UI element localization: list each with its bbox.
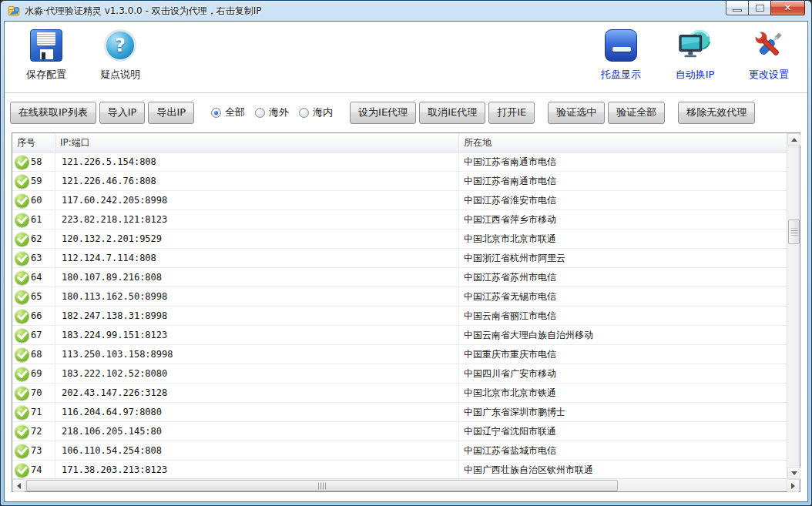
table-row[interactable]: 61 223.82.218.121:8123 中国江西省萍乡市移动: [12, 210, 788, 230]
set-ie-proxy-button[interactable]: 设为IE代理: [350, 102, 416, 124]
table-row[interactable]: 73 106.110.54.254:808 中国江苏省盐城市电信: [12, 441, 788, 461]
save-config-label: 保存配置: [26, 68, 66, 82]
row-ip-port: 117.60.242.205:8998: [55, 191, 459, 209]
close-button[interactable]: ✕: [770, 1, 805, 15]
table-row[interactable]: 65 180.113.162.50:8998 中国江苏省无锡市电信: [12, 287, 788, 307]
auto-change-ip-button[interactable]: 自动换IP: [664, 28, 726, 82]
row-index: 64: [31, 272, 42, 283]
maximize-icon: [756, 5, 764, 12]
minimize-icon: [733, 9, 742, 12]
action-bar: 在线获取IP列表 导入IP 导出IP 全部 海外 海内 设为IE代理 取消IE代…: [5, 93, 807, 132]
radio-label: 全部: [225, 106, 245, 119]
tray-display-button[interactable]: 托盘显示: [590, 28, 652, 82]
vertical-scrollbar[interactable]: [787, 133, 800, 480]
row-location: 中国北京市北京市铁通: [459, 384, 788, 402]
table-row[interactable]: 62 120.132.2.201:9529 中国北京市北京市联通: [12, 230, 788, 249]
export-ip-button[interactable]: 导出IP: [148, 102, 194, 124]
filter-radio[interactable]: 全部: [211, 106, 245, 119]
row-location: 中国广东省深圳市鹏博士: [459, 403, 788, 421]
filter-radio[interactable]: 海外: [255, 106, 289, 119]
app-icon[interactable]: [8, 5, 20, 17]
row-ip-port: 116.204.64.97:8080: [55, 403, 459, 421]
table-row[interactable]: 67 183.224.99.151:8123 中国云南省大理白族自治州移动: [12, 326, 788, 345]
row-location: 中国辽宁省沈阳市联通: [459, 422, 788, 441]
row-index: 61: [31, 214, 42, 225]
table-row[interactable]: 60 117.60.242.205:8998 中国江苏省淮安市电信: [12, 191, 788, 210]
column-header-ip-port[interactable]: IP:端口: [55, 133, 459, 152]
fetch-ip-list-button[interactable]: 在线获取IP列表: [10, 102, 96, 124]
radio-icon: [211, 108, 221, 118]
table-row[interactable]: 71 116.204.64.97:8080 中国广东省深圳市鹏博士: [12, 403, 788, 422]
horizontal-scrollbar[interactable]: [12, 478, 800, 491]
row-location: 中国江苏省无锡市电信: [459, 287, 788, 306]
row-location: 中国江苏省淮安市电信: [459, 191, 788, 209]
table-row[interactable]: 59 121.226.46.76:808 中国江苏省南通市电信: [12, 172, 788, 191]
question-mark-icon: ?: [102, 28, 138, 63]
verify-all-button[interactable]: 验证全部: [608, 102, 665, 124]
valid-check-icon: [15, 367, 29, 381]
table-row[interactable]: 63 112.124.7.114:808 中国浙江省杭州市阿里云: [12, 249, 788, 268]
caption-buttons: ✕: [726, 1, 805, 15]
remove-invalid-button[interactable]: 移除无效代理: [678, 102, 755, 124]
row-index-cell: 66: [12, 307, 55, 325]
row-index: 70: [31, 387, 42, 398]
row-location: 中国重庆市重庆市电信: [459, 345, 788, 364]
scroll-right-button[interactable]: [787, 479, 800, 492]
valid-check-icon: [15, 251, 29, 266]
cancel-ie-proxy-button[interactable]: 取消IE代理: [419, 102, 485, 124]
app-window: 水淼·代理验证精灵 v1.3.0.0 - 双击设为代理，右击复制IP ✕ 保存配…: [0, 0, 812, 506]
valid-check-icon: [15, 309, 29, 323]
titlebar[interactable]: 水淼·代理验证精灵 v1.3.0.0 - 双击设为代理，右击复制IP ✕: [1, 1, 811, 21]
table-row[interactable]: 72 218.106.205.145:80 中国辽宁省沈阳市联通: [12, 422, 788, 441]
valid-check-icon: [15, 270, 29, 285]
row-ip-port: 180.107.89.216:808: [55, 268, 459, 287]
valid-check-icon: [15, 328, 29, 343]
table-row[interactable]: 68 113.250.103.158:8998 中国重庆市重庆市电信: [12, 345, 788, 364]
table-row[interactable]: 70 202.43.147.226:3128 中国北京市北京市铁通: [12, 384, 788, 403]
row-index-cell: 64: [12, 268, 55, 287]
row-ip-port: 120.132.2.201:9529: [55, 230, 459, 248]
row-index-cell: 62: [12, 230, 55, 248]
verify-selected-button[interactable]: 验证选中: [548, 102, 605, 124]
row-ip-port: 182.247.138.31:8998: [55, 307, 459, 325]
row-ip-port: 180.113.162.50:8998: [55, 287, 459, 306]
valid-check-icon: [15, 155, 29, 169]
row-location: 中国云南省大理白族自治州移动: [459, 326, 788, 344]
row-location: 中国四川省广安市移动: [459, 364, 788, 383]
save-config-button[interactable]: 保存配置: [15, 28, 77, 82]
scroll-left-button[interactable]: [12, 479, 25, 492]
open-ie-button[interactable]: 打开IE: [488, 102, 535, 124]
filter-radio-group: 全部 海外 海内: [211, 106, 333, 119]
maximize-button[interactable]: [748, 1, 771, 15]
row-location: 中国江苏省南通市电信: [459, 152, 788, 171]
change-settings-button[interactable]: 更改设置: [738, 28, 800, 82]
row-index-cell: 74: [12, 461, 55, 479]
table-row[interactable]: 58 121.226.5.154:808 中国江苏省南通市电信: [12, 152, 788, 172]
tools-icon: [751, 28, 787, 63]
table-header: 序号 IP:端口 所在地: [12, 133, 788, 152]
minimize-button[interactable]: [726, 1, 749, 15]
import-ip-button[interactable]: 导入IP: [99, 102, 146, 124]
table-row[interactable]: 69 183.222.102.52:8080 中国四川省广安市移动: [12, 364, 788, 384]
row-index: 73: [31, 445, 42, 456]
column-header-index[interactable]: 序号: [12, 133, 55, 152]
proxy-list: 序号 IP:端口 所在地 58 121.226.5.154:808 中国江苏省南…: [12, 132, 800, 492]
valid-check-icon: [15, 193, 29, 208]
client-area: 保存配置 ? 疑点说明 托盘显示: [4, 21, 808, 502]
row-index: 71: [31, 407, 42, 417]
row-index: 58: [31, 156, 42, 167]
table-row[interactable]: 66 182.247.138.31:8998 中国云南省丽江市电信: [12, 307, 788, 326]
vertical-scroll-thumb[interactable]: [788, 219, 800, 244]
row-location: 中国江西省萍乡市移动: [459, 210, 788, 229]
row-index-cell: 69: [12, 364, 55, 383]
table-row[interactable]: 74 171.38.203.213:8123 中国广西壮族自治区钦州市联通: [12, 461, 788, 480]
valid-check-icon: [15, 213, 29, 227]
table-row[interactable]: 64 180.107.89.216:808 中国江苏省苏州市电信: [12, 268, 788, 287]
radio-icon: [255, 108, 265, 118]
column-header-location[interactable]: 所在地: [459, 133, 788, 152]
help-notes-button[interactable]: ? 疑点说明: [89, 28, 151, 82]
filter-radio[interactable]: 海内: [299, 106, 333, 119]
scroll-up-button[interactable]: [787, 133, 800, 146]
row-index: 60: [31, 195, 42, 206]
horizontal-scroll-thumb[interactable]: [26, 480, 618, 491]
